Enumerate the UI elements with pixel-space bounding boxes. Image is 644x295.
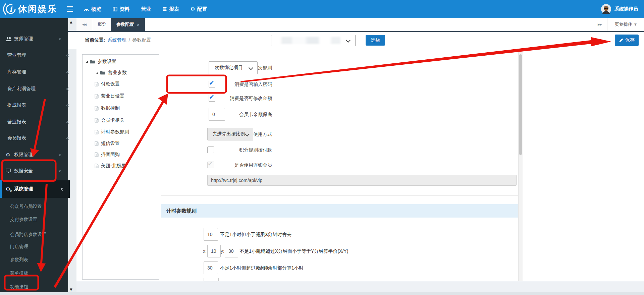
breadcrumb: 当前位置: 系统管理 / 参数配置	[85, 37, 151, 43]
tree-leaf-sms-settings[interactable]: 短信设置	[95, 140, 120, 147]
balance-floor-input[interactable]: 0	[209, 108, 225, 121]
points-rule-checkbox[interactable]: ✔	[207, 146, 214, 153]
file-icon	[95, 118, 99, 123]
sidebar-item-business-report[interactable]: 营业报表 <	[0, 115, 75, 129]
sidebar-item-technician[interactable]: 技师管理 <	[0, 32, 68, 46]
rule1-input[interactable]: 10	[204, 228, 218, 241]
content-panel: 参数设置 营业参数 付款设置 营业日设置 数据控制	[68, 49, 644, 281]
sidebar-subitem-store-mgmt[interactable]: 门店管理	[0, 241, 68, 253]
tabs-scroll-left-icon[interactable]: ◀◀	[76, 18, 92, 31]
caret-expanded-icon[interactable]	[96, 72, 98, 74]
tab-param-config[interactable]: 参数配置 ×	[111, 18, 145, 31]
sidebar-subitem-param-list[interactable]: 参数列表	[0, 254, 68, 266]
breadcrumb-link-system[interactable]: 系统管理	[108, 37, 126, 43]
file-icon	[95, 82, 99, 86]
redacted-store-name	[273, 37, 340, 44]
bonus-usage-select[interactable]: 先进先出按比例	[207, 128, 253, 140]
chevron-left-icon: <	[59, 168, 61, 174]
sidebar-item-system-mgmt[interactable]: ⚙ ⚙ 系统管理 <	[0, 180, 70, 198]
tree-leaf-timing-rules[interactable]: 计时参数规则	[95, 129, 129, 135]
form-scrollbar-track[interactable]	[518, 50, 523, 281]
file-icon	[95, 106, 99, 111]
check-icon: ✔	[209, 93, 214, 101]
y-label: y:	[221, 248, 224, 254]
sidebar-item-member-report[interactable]: 会员报表 <	[0, 131, 75, 145]
folder-icon	[90, 60, 95, 64]
nav-item-data[interactable]: 资料	[107, 0, 135, 18]
scroll-down-icon[interactable]: ▼	[70, 288, 72, 291]
sidebar-subitem-function-buttons[interactable]: 功能按钮	[0, 281, 68, 293]
nav-item-config[interactable]: ⚙ 配置	[185, 0, 213, 18]
gears-icon: ⚙ ⚙	[6, 187, 13, 192]
sidebar-item-commission-report[interactable]: 提成报表 <	[0, 99, 75, 112]
sidebar-subitem-payment-params[interactable]: 支付参数设置	[0, 214, 68, 226]
book-icon	[113, 7, 117, 11]
consume-password-checkbox[interactable]: ✔	[209, 81, 215, 87]
tree-node-param-settings[interactable]: 参数设置	[86, 58, 116, 65]
folder-icon	[100, 71, 106, 75]
modify-amount-checkbox[interactable]: ✔	[209, 95, 215, 102]
check-icon: ✔	[208, 160, 213, 167]
brand-logo[interactable]: i 休闲娱乐	[3, 2, 57, 16]
close-icon[interactable]: ×	[137, 22, 140, 27]
form-scrollbar-thumb[interactable]	[519, 54, 522, 155]
user-menu[interactable]: 系统操作员	[598, 0, 641, 18]
tree-leaf-business-day[interactable]: 营业日设置	[95, 93, 124, 100]
tree-leaf-douyin[interactable]: 抖音团购	[95, 151, 120, 158]
tab-bar: ◀◀ 概览 参数配置 × ▶▶ 页签操作 ▼	[76, 18, 644, 31]
brand-name: 休闲娱乐	[18, 3, 57, 15]
sidebar-item-asset-profit[interactable]: 资产利润管理 <	[0, 82, 75, 96]
chevron-down-icon: ▼	[634, 23, 637, 26]
chevron-left-icon: <	[66, 52, 69, 58]
caret-expanded-icon[interactable]	[86, 61, 88, 63]
rule4-input-partial[interactable]	[204, 278, 219, 281]
nav-item-overview[interactable]: 概览	[78, 0, 107, 18]
file-icon	[95, 164, 99, 168]
tabs-scroll-right-icon[interactable]: ▶▶	[592, 18, 607, 31]
avatar	[601, 4, 611, 14]
tree-leaf-payment-settings[interactable]: 付款设置	[95, 81, 120, 87]
chevron-left-icon: <	[66, 119, 69, 125]
sidebar-subitem-wechat-layout[interactable]: 公众号布局设置	[0, 200, 68, 213]
top-menu: 概览 资料 营业 报表 ⚙ 配置	[78, 0, 213, 18]
tree-leaf-data-control[interactable]: 数据控制	[95, 105, 120, 112]
choose-store-button[interactable]: 选店	[366, 35, 385, 46]
save-button[interactable]: 保存	[615, 35, 639, 46]
chevron-down-icon	[245, 132, 250, 136]
chain-member-url-input[interactable]: http://tvc.trjsj.com/api/vip	[207, 175, 517, 186]
rule3-input[interactable]: 30	[204, 261, 218, 274]
tab-actions-dropdown[interactable]: 页签操作 ▼	[607, 18, 644, 31]
sidebar-subitem-cross-store-params[interactable]: 会员跨店参数设置	[0, 229, 68, 241]
chevron-left-icon: <	[66, 86, 69, 92]
chain-member-checkbox[interactable]: ✔	[207, 162, 214, 168]
tab-overview[interactable]: 概览	[92, 18, 112, 31]
rule-description: 不足1小时但超过X分钟余时部分算1小时	[220, 265, 304, 271]
tree-leaf-member-card[interactable]: 会员卡相关	[95, 117, 124, 124]
tree-node-business-params[interactable]: 营业参数	[96, 69, 127, 76]
file-icon	[95, 94, 99, 99]
monitor-icon	[6, 169, 13, 173]
rule-description: 不足1小时但小于等于X分钟时舍去	[220, 231, 291, 237]
chevron-left-icon: <	[60, 186, 63, 192]
sidebar-item-inventory[interactable]: 库存管理 <	[0, 65, 75, 79]
count-rule-select[interactable]: 次数绑定项目	[209, 61, 258, 74]
users-icon	[6, 37, 13, 41]
sidebar-item-permissions[interactable]: ⚙ 权限管理 <	[0, 148, 68, 162]
rule2-x-input[interactable]: 10	[207, 245, 221, 257]
nav-item-business[interactable]: 营业	[135, 0, 157, 18]
sidebar-toggle-icon[interactable]	[67, 5, 76, 13]
user-name: 系统操作员	[614, 6, 638, 12]
scroll-up-icon[interactable]: ▲	[70, 20, 72, 24]
gear-icon: ⚙	[6, 153, 13, 158]
section-header: 计时参数规则	[161, 204, 518, 218]
sidebar-item-data-security[interactable]: 数据安全 <	[0, 164, 68, 178]
brand-logo-icon: i	[3, 2, 17, 16]
tree-leaf-meituan[interactable]: 美团-北极星	[95, 163, 126, 169]
sidebar-item-business-mgmt[interactable]: 营业管理 <	[0, 49, 75, 62]
sidebar-subitem-menu-template[interactable]: 菜单模板	[0, 267, 68, 279]
store-select[interactable]	[271, 35, 356, 46]
tab-underline	[68, 31, 644, 32]
pencil-icon	[619, 38, 623, 43]
nav-item-reports[interactable]: 报表	[157, 0, 185, 18]
rule2-y-input[interactable]: 30	[225, 245, 238, 257]
